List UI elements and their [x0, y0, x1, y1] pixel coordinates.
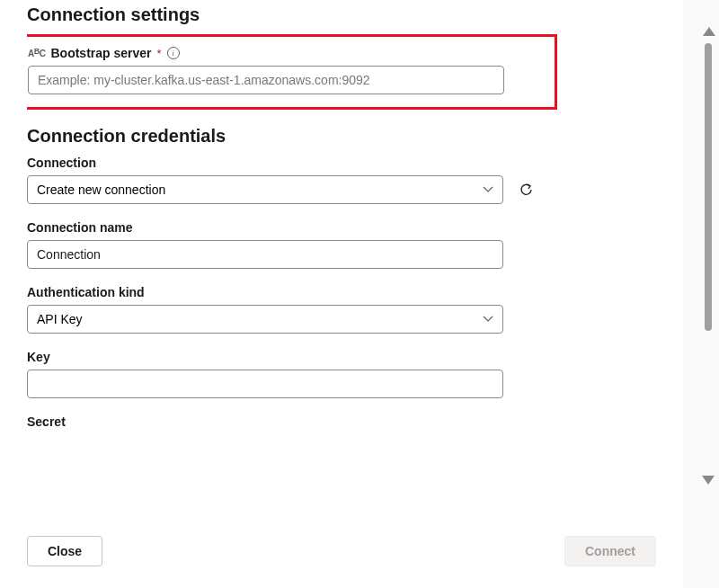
connection-name-label: Connection name — [27, 220, 656, 235]
scrollbar-thumb[interactable] — [705, 43, 712, 331]
connection-label: Connection — [27, 156, 656, 170]
connect-button[interactable]: Connect — [564, 536, 656, 566]
connection-credentials-heading: Connection credentials — [27, 126, 656, 147]
auth-kind-select[interactable]: API Key — [27, 305, 503, 334]
secret-field: Secret — [27, 414, 656, 429]
key-input[interactable] — [27, 370, 503, 398]
connection-name-field: Connection name — [27, 220, 656, 269]
connection-select-value: Create new connection — [37, 183, 165, 197]
chevron-down-icon — [483, 184, 493, 195]
scroll-up-icon[interactable] — [703, 27, 715, 36]
panel-footer: Close Connect — [0, 521, 683, 588]
refresh-icon[interactable] — [518, 181, 536, 199]
secret-label: Secret — [27, 414, 656, 429]
connection-select[interactable]: Create new connection — [27, 175, 503, 204]
connection-field: Connection Create new connection — [27, 156, 656, 204]
chevron-down-icon — [483, 314, 493, 325]
info-icon[interactable]: i — [167, 47, 180, 59]
key-field: Key — [27, 350, 656, 398]
scrollbar[interactable] — [703, 27, 714, 485]
scroll-down-icon[interactable] — [702, 476, 715, 485]
auth-kind-field: Authentication kind API Key — [27, 285, 656, 334]
bootstrap-label: Bootstrap server — [50, 46, 151, 60]
required-marker: * — [157, 47, 162, 60]
auth-kind-label: Authentication kind — [27, 285, 656, 299]
bootstrap-label-row: ABC Bootstrap server * i — [28, 46, 546, 60]
text-type-icon: ABC — [28, 49, 45, 58]
auth-kind-select-value: API Key — [37, 312, 83, 326]
bootstrap-server-input[interactable] — [28, 66, 504, 94]
scroll-area: Connection settings ABC Bootstrap server… — [27, 0, 656, 494]
connection-settings-heading: Connection settings — [27, 4, 656, 25]
close-button[interactable]: Close — [27, 536, 102, 566]
key-label: Key — [27, 350, 656, 364]
connection-name-input[interactable] — [27, 240, 503, 269]
connection-panel: Connection settings ABC Bootstrap server… — [0, 0, 683, 588]
bootstrap-highlight-box: ABC Bootstrap server * i — [27, 34, 557, 110]
